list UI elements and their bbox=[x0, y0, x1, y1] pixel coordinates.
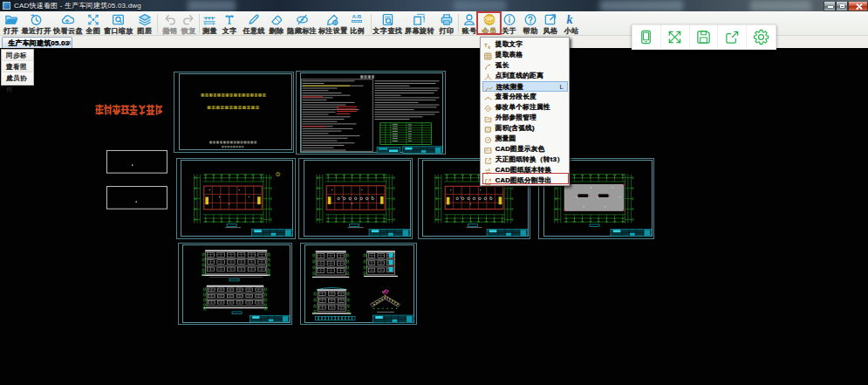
svg-text:T: T bbox=[484, 42, 488, 48]
